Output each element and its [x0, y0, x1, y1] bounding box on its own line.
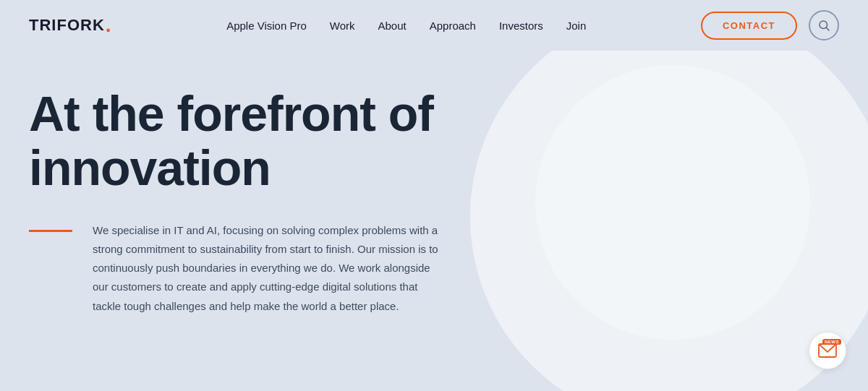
site-header: TRIFORK. Apple Vision Pro Work About App…	[0, 0, 868, 51]
background-circle-small	[535, 65, 810, 340]
orange-divider	[29, 230, 72, 232]
svg-point-0	[820, 21, 827, 29]
hero-description: We specialise in IT and AI, focusing on …	[93, 221, 440, 316]
hero-title: At the forefront of innovation	[29, 87, 535, 195]
nav-approach[interactable]: Approach	[430, 20, 476, 32]
search-icon	[817, 19, 830, 32]
header-actions: CONTACT	[701, 10, 839, 40]
contact-button[interactable]: CONTACT	[701, 12, 797, 40]
svg-line-1	[826, 27, 829, 30]
hero-body: We specialise in IT and AI, focusing on …	[29, 221, 535, 316]
nav-work[interactable]: Work	[330, 20, 355, 32]
nav-join[interactable]: Join	[566, 20, 587, 32]
news-badge: NEWS	[822, 339, 841, 345]
logo[interactable]: TRIFORK.	[29, 15, 112, 35]
nav-about[interactable]: About	[378, 20, 407, 32]
nav-apple-vision-pro[interactable]: Apple Vision Pro	[226, 20, 307, 32]
news-icon: NEWS	[818, 343, 837, 358]
news-button[interactable]: NEWS	[809, 332, 846, 369]
hero-section: At the forefront of innovation We specia…	[0, 51, 868, 391]
search-button[interactable]	[809, 10, 839, 40]
envelope-icon	[818, 343, 837, 358]
logo-text: TRIFORK	[29, 16, 105, 35]
hero-content: At the forefront of innovation We specia…	[29, 87, 535, 316]
nav-investors[interactable]: Investors	[499, 20, 543, 32]
logo-dot: .	[106, 15, 112, 35]
main-nav: Apple Vision Pro Work About Approach Inv…	[226, 20, 586, 32]
